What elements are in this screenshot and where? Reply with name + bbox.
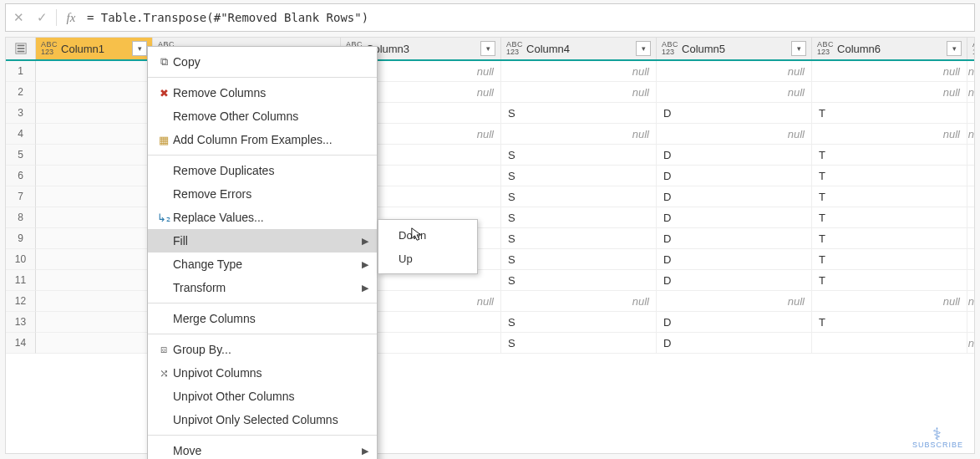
cell[interactable]: S — [501, 312, 657, 333]
cell[interactable]: D — [657, 166, 812, 186]
cell[interactable]: S — [501, 103, 657, 124]
filter-dropdown-icon[interactable] — [132, 41, 147, 56]
menu-item-fill-down[interactable]: Down — [378, 223, 477, 247]
cell[interactable] — [36, 61, 153, 82]
row-header[interactable]: 3 — [6, 103, 36, 124]
cell[interactable]: S — [501, 249, 657, 270]
cell[interactable] — [967, 186, 975, 207]
row-header[interactable]: 10 — [6, 249, 36, 270]
cell[interactable] — [36, 228, 153, 249]
cell[interactable]: D — [657, 186, 812, 207]
cell[interactable]: null — [812, 61, 967, 82]
cell[interactable] — [967, 270, 975, 291]
row-header[interactable]: 11 — [6, 270, 36, 291]
menu-item-remove-other-columns[interactable]: Remove Other Columns — [148, 105, 377, 128]
cell[interactable]: S — [501, 145, 657, 166]
cell[interactable] — [812, 333, 967, 354]
cell[interactable]: T — [812, 186, 967, 207]
cell[interactable]: null — [967, 82, 975, 103]
cell[interactable] — [36, 145, 153, 166]
cell[interactable]: null — [657, 124, 812, 145]
cell[interactable] — [967, 312, 975, 333]
cell[interactable] — [36, 124, 153, 145]
cell[interactable] — [36, 82, 153, 103]
menu-item-unpivot-other[interactable]: Unpivot Other Columns — [148, 385, 377, 408]
cell[interactable]: T — [967, 103, 975, 124]
row-header[interactable]: 9 — [6, 228, 36, 249]
menu-item-move[interactable]: Move ▶ — [148, 439, 377, 459]
filter-dropdown-icon[interactable] — [791, 41, 806, 56]
column-header-column5[interactable]: ABC123 Column5 — [657, 38, 812, 59]
cell[interactable]: D — [657, 103, 812, 124]
column-header-column4[interactable]: ABC123 Column4 — [501, 38, 657, 59]
row-header[interactable]: 4 — [6, 124, 36, 145]
column-header-partial[interactable]: ABC123 — [967, 38, 975, 59]
filter-dropdown-icon[interactable] — [947, 41, 962, 56]
row-header[interactable]: 5 — [6, 145, 36, 166]
cell[interactable] — [36, 207, 153, 228]
menu-item-add-column-examples[interactable]: ▦ Add Column From Examples... — [148, 128, 377, 151]
cell[interactable]: D — [657, 333, 812, 354]
cell[interactable]: T — [812, 207, 967, 228]
cell[interactable]: null — [501, 124, 657, 145]
column-header-column1[interactable]: ABC123 Column1 — [36, 38, 153, 59]
cell[interactable]: null — [967, 61, 975, 82]
menu-item-change-type[interactable]: Change Type ▶ — [148, 252, 377, 276]
cancel-icon[interactable]: ✕ — [9, 8, 28, 27]
cell[interactable]: S — [501, 207, 657, 228]
cell[interactable]: D — [657, 249, 812, 270]
cell[interactable]: null — [657, 61, 812, 82]
row-header[interactable]: 14 — [6, 333, 36, 354]
cell[interactable]: S — [501, 228, 657, 249]
cell[interactable] — [967, 249, 975, 270]
cell[interactable]: T — [812, 249, 967, 270]
menu-item-unpivot-selected[interactable]: Unpivot Only Selected Columns — [148, 408, 377, 431]
cell[interactable]: T — [812, 166, 967, 186]
row-header[interactable]: 8 — [6, 207, 36, 228]
cell[interactable]: null — [812, 82, 967, 103]
cell[interactable]: null — [501, 82, 657, 103]
cell[interactable]: S — [501, 186, 657, 207]
cell[interactable]: null — [501, 61, 657, 82]
cell[interactable]: T — [812, 312, 967, 333]
menu-item-remove-errors[interactable]: Remove Errors — [148, 182, 377, 206]
cell[interactable] — [36, 291, 153, 312]
row-header[interactable]: 12 — [6, 291, 36, 312]
cell[interactable]: S — [501, 333, 657, 354]
cell[interactable]: S — [501, 270, 657, 291]
cell[interactable]: null — [967, 124, 975, 145]
cell[interactable] — [36, 270, 153, 291]
cell[interactable]: D — [657, 270, 812, 291]
cell[interactable]: D — [657, 312, 812, 333]
cell[interactable] — [36, 166, 153, 186]
cell[interactable]: null — [657, 82, 812, 103]
menu-item-remove-columns[interactable]: ✖ Remove Columns — [148, 81, 377, 105]
cell[interactable] — [36, 249, 153, 270]
cell[interactable] — [36, 103, 153, 124]
menu-item-group-by[interactable]: ⧇ Group By... — [148, 338, 377, 361]
row-header[interactable]: 7 — [6, 186, 36, 207]
menu-item-replace-values[interactable]: ↳₂ Replace Values... — [148, 206, 377, 229]
formula-input[interactable] — [85, 8, 971, 28]
cell[interactable]: S — [501, 166, 657, 186]
cell[interactable]: D — [657, 145, 812, 166]
menu-item-copy[interactable]: ⧉ Copy — [148, 50, 377, 74]
menu-item-fill[interactable]: Fill ▶ — [148, 229, 377, 252]
filter-dropdown-icon[interactable] — [636, 41, 651, 56]
cell[interactable]: null — [967, 333, 975, 354]
column-header-column6[interactable]: ABC123 Column6 — [812, 38, 967, 59]
cell[interactable] — [36, 333, 153, 354]
cell[interactable]: T — [812, 270, 967, 291]
cell[interactable] — [967, 166, 975, 186]
cell[interactable]: T — [812, 228, 967, 249]
row-header[interactable]: 1 — [6, 61, 36, 82]
cell[interactable]: null — [657, 291, 812, 312]
cell[interactable]: T — [812, 103, 967, 124]
cell[interactable]: D — [657, 228, 812, 249]
select-all-corner[interactable] — [6, 38, 36, 59]
menu-item-merge-columns[interactable]: Merge Columns — [148, 307, 377, 330]
menu-item-unpivot-columns[interactable]: ⤭ Unpivot Columns — [148, 361, 377, 385]
cell[interactable] — [36, 312, 153, 333]
cell[interactable]: null — [501, 291, 657, 312]
cell[interactable]: null — [812, 291, 967, 312]
